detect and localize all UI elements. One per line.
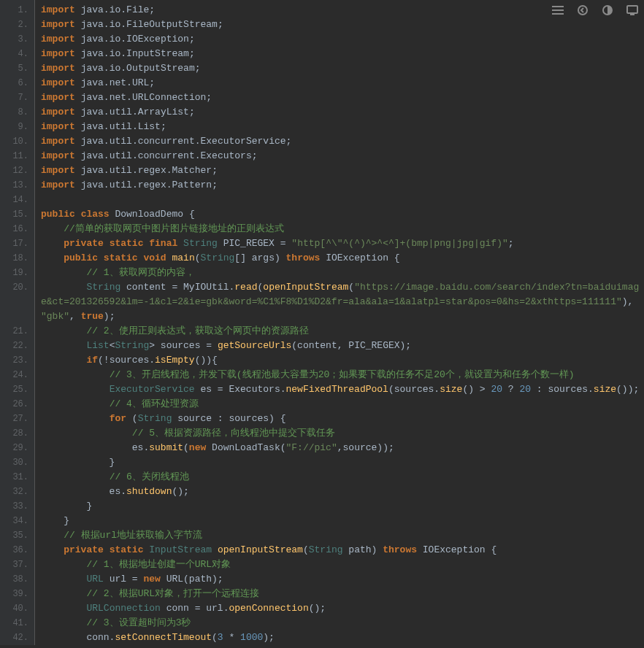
line-number: 40. [0, 601, 34, 616]
line-number: 2. [0, 18, 34, 32]
line-number-gutter: 1.2.3.4.5.6.7.8.9.10.11.12.13.14.15.16.1… [0, 0, 35, 645]
code-line[interactable]: import java.io.IOException; [41, 32, 644, 47]
line-number: 3. [0, 32, 34, 47]
code-line[interactable]: } [41, 514, 644, 528]
code-line[interactable]: } [41, 499, 644, 514]
line-number: 37. [0, 558, 34, 572]
code-line[interactable]: // 3、设置超时间为3秒 [41, 616, 644, 630]
line-number: 42. [0, 630, 34, 645]
line-number: 33. [0, 499, 34, 514]
line-number: 9. [0, 120, 34, 134]
line-number: 35. [0, 528, 34, 543]
line-number: 41. [0, 616, 34, 630]
code-line[interactable]: //简单的获取网页中图片图片链接地址的正则表达式 [41, 222, 644, 236]
code-line[interactable]: import java.util.ArrayList; [41, 105, 644, 120]
line-number: 20. [0, 280, 34, 324]
line-number: 29. [0, 441, 34, 455]
code-line[interactable]: } [41, 455, 644, 470]
line-number: 27. [0, 412, 34, 426]
svg-rect-5 [627, 6, 637, 13]
code-line[interactable]: public class DownloadDemo { [41, 207, 644, 222]
code-line[interactable]: import java.util.regex.Matcher; [41, 163, 644, 178]
line-number: 5. [0, 61, 34, 76]
line-number: 32. [0, 485, 34, 499]
code-area[interactable]: import java.io.File;import java.io.FileO… [35, 0, 644, 645]
line-number: 28. [0, 426, 34, 441]
line-number: 30. [0, 455, 34, 470]
code-line[interactable]: es.submit(new DownLoadTask("F://pic",sou… [41, 441, 644, 455]
svg-rect-2 [552, 13, 564, 15]
line-number: 14. [0, 193, 34, 207]
contrast-icon[interactable] [602, 4, 613, 16]
code-line[interactable]: // 2、使用正则表达式，获取这个网页中的资源路径 [41, 324, 644, 339]
code-line[interactable]: // 根据url地址获取输入字节流 [41, 528, 644, 543]
line-number: 13. [0, 178, 34, 193]
code-line[interactable]: // 1、获取网页的内容， [41, 266, 644, 280]
code-line[interactable]: import java.util.concurrent.Executors; [41, 149, 644, 163]
svg-rect-1 [552, 9, 564, 11]
code-line[interactable]: import java.util.regex.Pattern; [41, 178, 644, 193]
line-number: 36. [0, 543, 34, 558]
code-line[interactable]: for (String source : sources) { [41, 412, 644, 426]
line-number: 34. [0, 514, 34, 528]
code-line[interactable]: // 1、根据地址创建一个URL对象 [41, 558, 644, 572]
code-line[interactable]: es.shutdown(); [41, 485, 644, 499]
line-number: 21. [0, 324, 34, 339]
svg-rect-0 [552, 6, 564, 7]
line-number: 17. [0, 236, 34, 251]
line-number: 15. [0, 207, 34, 222]
line-number: 38. [0, 572, 34, 587]
code-line[interactable]: import java.net.URLConnection; [41, 90, 644, 105]
code-line[interactable]: // 3、开启线程池，并发下载(线程池最大容量为20；如果要下载的任务不足20个… [41, 368, 644, 382]
line-number: 11. [0, 149, 34, 163]
line-number: 25. [0, 382, 34, 397]
line-number: 16. [0, 222, 34, 236]
line-number: 18. [0, 251, 34, 266]
line-number: 22. [0, 339, 34, 353]
code-line[interactable]: conn.setConnectTimeout(3 * 1000); [41, 630, 644, 645]
code-line[interactable]: String content = MyIOUtil.read(openInput… [41, 280, 644, 324]
list-icon[interactable] [552, 4, 564, 16]
svg-point-3 [578, 6, 587, 15]
monitor-icon[interactable] [626, 4, 638, 16]
code-editor[interactable]: 1.2.3.4.5.6.7.8.9.10.11.12.13.14.15.16.1… [0, 0, 644, 645]
line-number: 19. [0, 266, 34, 280]
code-line[interactable]: ExecutorService es = Executors.newFixedT… [41, 382, 644, 397]
back-icon[interactable] [577, 4, 589, 16]
code-line[interactable]: // 2、根据URL对象，打开一个远程连接 [41, 587, 644, 601]
code-line[interactable]: private static InputStream openInputStre… [41, 543, 644, 558]
code-line[interactable]: if(!sources.isEmpty()){ [41, 353, 644, 368]
code-line[interactable]: import java.util.List; [41, 120, 644, 134]
code-line[interactable]: import java.io.OutputStream; [41, 61, 644, 76]
code-line[interactable]: URL url = new URL(path); [41, 572, 644, 587]
code-line[interactable] [41, 193, 644, 207]
line-number: 23. [0, 353, 34, 368]
line-number: 8. [0, 105, 34, 120]
code-line[interactable]: import java.io.FileOutputStream; [41, 18, 644, 32]
code-line[interactable]: // 4、循环处理资源 [41, 397, 644, 412]
line-number: 4. [0, 47, 34, 61]
code-line[interactable]: URLConnection conn = url.openConnection(… [41, 601, 644, 616]
editor-toolbar [552, 4, 638, 16]
line-number: 24. [0, 368, 34, 382]
line-number: 31. [0, 470, 34, 485]
line-number: 7. [0, 90, 34, 105]
line-number: 6. [0, 76, 34, 90]
line-number: 10. [0, 134, 34, 149]
code-line[interactable]: // 5、根据资源路径，向线程池中提交下载任务 [41, 426, 644, 441]
code-line[interactable]: private static final String PIC_REGEX = … [41, 236, 644, 251]
line-number: 1. [0, 3, 34, 18]
line-number: 39. [0, 587, 34, 601]
code-line[interactable]: import java.io.InputStream; [41, 47, 644, 61]
code-line[interactable]: import java.util.concurrent.ExecutorServ… [41, 134, 644, 149]
code-line[interactable]: // 6、关闭线程池 [41, 470, 644, 485]
line-number: 26. [0, 397, 34, 412]
code-line[interactable]: List<String> sources = getSourceUrls(con… [41, 339, 644, 353]
code-line[interactable]: import java.net.URL; [41, 76, 644, 90]
line-number: 12. [0, 163, 34, 178]
code-line[interactable]: public static void main(String[] args) t… [41, 251, 644, 266]
